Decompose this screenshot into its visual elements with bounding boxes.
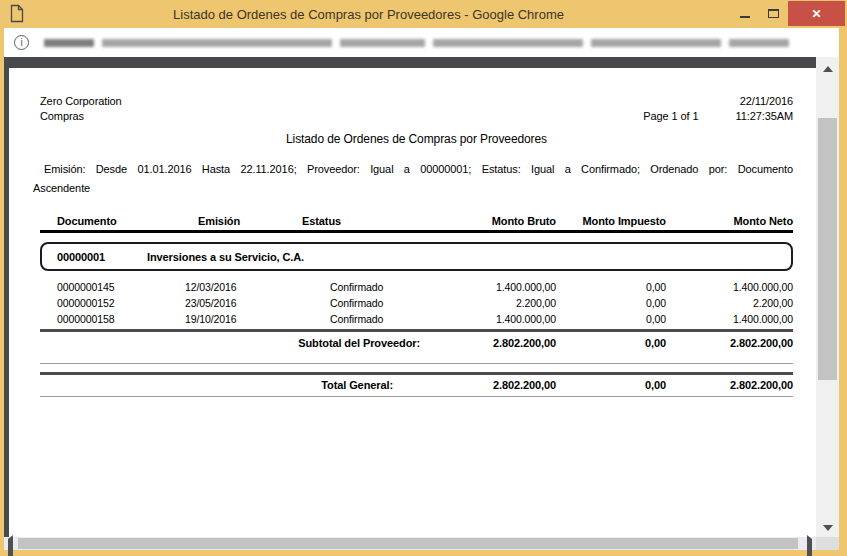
provider-code: 00000001 [42, 251, 147, 263]
url-blurred-text [44, 39, 789, 47]
close-button[interactable]: ✕ [788, 1, 845, 26]
module-name: Compras [40, 109, 122, 124]
scroll-right-button[interactable] [807, 539, 812, 556]
cell-documento: 0000000145 [40, 281, 160, 293]
col-header-monto-impuesto: Monto Impuesto [556, 215, 666, 227]
scroll-left-icon [8, 535, 13, 556]
total-monto-bruto: 2.802.200,00 [460, 379, 556, 391]
cell-emision: 12/03/2016 [160, 281, 280, 293]
report-date: 22/11/2016 [643, 94, 793, 109]
report-content: Zero Corporation Compras 22/11/2016 Page… [9, 68, 816, 397]
subtotal-monto-impuesto: 0,00 [556, 337, 666, 349]
cell-monto-neto: 1.400.000,00 [666, 313, 793, 325]
col-header-monto-neto: Monto Neto [666, 215, 793, 227]
total-monto-impuesto: 0,00 [556, 379, 666, 391]
subtotal-rule [40, 329, 793, 332]
cell-documento: 0000000152 [40, 297, 160, 309]
cell-estatus: Confirmado [280, 297, 460, 309]
subtotal-monto-bruto: 2.802.200,00 [460, 337, 556, 349]
table-header-row: Documento Emisión Estatus Monto Bruto Mo… [40, 214, 793, 228]
table-row: 0000000152 23/05/2016 Confirmado 2.200,0… [40, 295, 793, 311]
report-time: 11:27:35AM [735, 109, 793, 124]
filter-line-1: Emisión: Desde 01.01.2016 Hasta 22.11.20… [33, 160, 793, 179]
cell-monto-bruto: 1.400.000,00 [460, 313, 556, 325]
titlebar[interactable]: Listado de Ordenes de Compras por Provee… [0, 0, 847, 28]
cell-monto-bruto: 2.200,00 [460, 297, 556, 309]
scroll-right-icon [807, 535, 812, 556]
total-label: Total General: [40, 379, 460, 391]
maximize-button[interactable] [759, 1, 788, 26]
total-row: Total General: 2.802.200,00 0,00 2.802.2… [40, 377, 793, 393]
report-header: Zero Corporation Compras 22/11/2016 Page… [40, 94, 793, 124]
bottom-rule [40, 396, 793, 397]
subtotal-monto-neto: 2.802.200,00 [666, 337, 793, 349]
table-row: 0000000158 19/10/2016 Confirmado 1.400.0… [40, 311, 793, 327]
subtotal-label: Subtotal del Proveedor: [40, 337, 460, 349]
col-header-monto-bruto: Monto Bruto [460, 215, 556, 227]
scroll-down-button[interactable] [816, 525, 839, 531]
header-rule [40, 230, 793, 233]
maximize-icon [768, 9, 779, 18]
cell-documento: 0000000158 [40, 313, 160, 325]
scroll-left-button[interactable] [8, 539, 13, 556]
divider-rule [40, 363, 793, 364]
scrollbar-corner [816, 537, 839, 550]
scroll-up-icon [823, 66, 833, 72]
document-page-icon [10, 4, 24, 27]
horizontal-scroll-thumb[interactable] [18, 538, 798, 549]
col-header-emision: Emisión [160, 215, 280, 227]
scroll-up-button[interactable] [816, 66, 839, 72]
horizontal-scrollbar[interactable] [4, 537, 816, 550]
minimize-icon [740, 16, 750, 18]
close-icon: ✕ [811, 7, 821, 21]
cell-monto-bruto: 1.400.000,00 [460, 281, 556, 293]
total-monto-neto: 2.802.200,00 [666, 379, 793, 391]
browser-viewport: Zero Corporation Compras 22/11/2016 Page… [4, 57, 839, 550]
table-row: 0000000145 12/03/2016 Confirmado 1.400.0… [40, 279, 793, 295]
report-title: Listado de Ordenes de Compras por Provee… [40, 132, 793, 147]
col-header-documento: Documento [40, 215, 160, 227]
minimize-button[interactable] [730, 1, 759, 26]
window-title: Listado de Ordenes de Compras por Provee… [60, 0, 677, 28]
col-header-estatus: Estatus [280, 215, 460, 227]
company-name: Zero Corporation [40, 94, 122, 109]
window-controls: ✕ [730, 1, 845, 26]
cell-monto-neto: 2.200,00 [666, 297, 793, 309]
vertical-scroll-thumb[interactable] [818, 118, 837, 380]
page-number: Page 1 of 1 [643, 109, 698, 124]
cell-estatus: Confirmado [280, 281, 460, 293]
provider-group-box: 00000001 Inversiones a su Servicio, C.A. [40, 242, 793, 271]
cell-monto-neto: 1.400.000,00 [666, 281, 793, 293]
cell-monto-impuesto: 0,00 [556, 313, 666, 325]
filter-criteria: Emisión: Desde 01.01.2016 Hasta 22.11.20… [33, 160, 793, 198]
vertical-scrollbar[interactable] [816, 57, 839, 537]
cell-estatus: Confirmado [280, 313, 460, 325]
cell-emision: 19/10/2016 [160, 313, 280, 325]
total-rule [40, 372, 793, 375]
provider-name: Inversiones a su Servicio, C.A. [147, 251, 304, 263]
address-bar[interactable]: i [4, 28, 839, 57]
subtotal-row: Subtotal del Proveedor: 2.802.200,00 0,0… [40, 335, 793, 351]
report-page: Zero Corporation Compras 22/11/2016 Page… [9, 68, 816, 537]
filter-line-2: Ascendente [33, 179, 793, 198]
table-body: 0000000145 12/03/2016 Confirmado 1.400.0… [40, 279, 793, 327]
cell-emision: 23/05/2016 [160, 297, 280, 309]
scroll-down-icon [823, 525, 833, 531]
chrome-window: Listado de Ordenes de Compras por Provee… [0, 0, 847, 556]
cell-monto-impuesto: 0,00 [556, 281, 666, 293]
cell-monto-impuesto: 0,00 [556, 297, 666, 309]
page-info-icon[interactable]: i [14, 35, 29, 50]
